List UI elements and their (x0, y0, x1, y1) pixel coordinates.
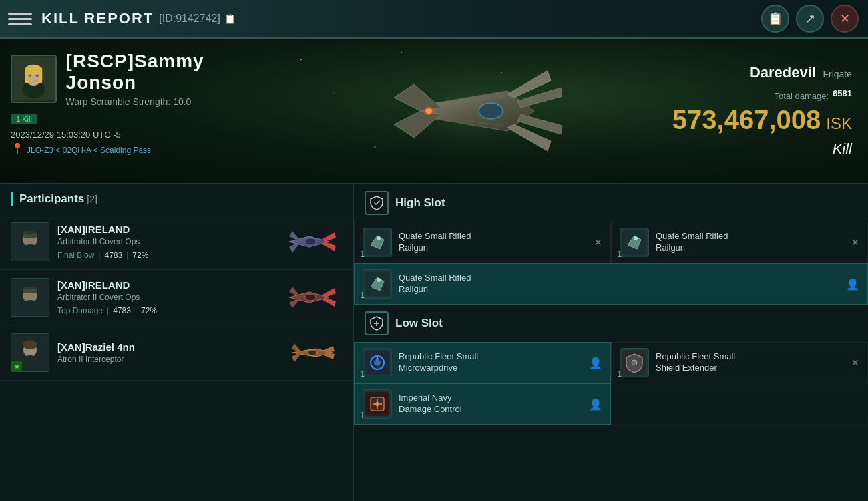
low-slot-header: Low Slot (354, 305, 868, 342)
ship-image-thumb (282, 225, 342, 259)
item-qty: 1 (360, 248, 365, 259)
list-item: [XAN]IRELAND Arbitrator II Covert Ops To… (0, 270, 353, 325)
item-icon (363, 228, 392, 257)
header: KILL REPORT [ID:9142742] 📋 📋 ↗ ✕ (0, 0, 868, 39)
hero-stats: Daredevil Frigate Total damage: 6581 573… (668, 39, 868, 183)
item-icon (363, 348, 392, 377)
kill-badge: 1 Kill (11, 114, 37, 124)
export-button[interactable]: ↗ (796, 5, 824, 33)
remove-icon[interactable]: ✕ (851, 357, 859, 368)
player-row: [RSCP]Sammy Jonson Warp Scramble Strengt… (11, 51, 270, 107)
report-id: [ID:9142742] (159, 13, 220, 25)
ship-type: Frigate (823, 69, 852, 79)
participant-stats: Top Damage | 4783 | 72% (57, 306, 275, 315)
equip-item: 1 Republic Fleet SmallShield Extender ✕ (611, 342, 868, 383)
svg-point-41 (374, 359, 381, 366)
warp-scramble: Warp Scramble Strength: 10.0 (66, 96, 270, 107)
participant-ship: Arbitrator II Covert Ops (57, 293, 275, 302)
role-label: Final Blow (57, 251, 94, 260)
high-slot-header: High Slot (354, 184, 868, 222)
low-slot-grid: 1 Republic Fleet SmallMicrowarpdrive 👤 1 (354, 342, 868, 425)
percent-stat: 72% (141, 306, 157, 315)
participants-count: [2] (87, 194, 97, 204)
svg-point-22 (21, 300, 39, 313)
ship-class: Daredevil (750, 64, 816, 81)
title-accent-bar (11, 192, 13, 206)
equip-empty-slot (611, 383, 868, 425)
svg-point-11 (425, 108, 432, 114)
kill-location[interactable]: JLO-Z3 < 02QH-A < Scalding Pass (27, 146, 151, 155)
participant-ship: Arbitrator II Covert Ops (57, 237, 275, 246)
equipped-icon: 👤 (589, 357, 602, 369)
remove-icon[interactable]: ✕ (851, 237, 859, 248)
svg-point-19 (305, 238, 316, 245)
participant-name: [XAN]Raziel 4nn (57, 341, 275, 353)
item-name: Quafe Small RifledRailgun (656, 231, 847, 254)
avatar: ★ (11, 333, 49, 372)
ship-image-thumb (282, 281, 342, 314)
equip-item-highlighted: 1 Imperial NavyDamage Control 👤 (354, 383, 611, 425)
svg-rect-4 (25, 69, 29, 83)
isk-label: ISK (826, 114, 852, 133)
avatar (11, 222, 49, 261)
svg-point-16 (21, 244, 39, 258)
player-name: [RSCP]Sammy Jonson (66, 51, 270, 94)
svg-point-34 (634, 236, 638, 240)
main-content: Participants [2] [XAN]IRELAND Arbitrator… (0, 184, 868, 501)
location-pin-icon: 📍 (11, 142, 24, 155)
damage-row: Total damage: 6581 (774, 86, 852, 101)
page-title: KILL REPORT (41, 10, 154, 27)
item-name: Quafe Small RifledRailgun (399, 273, 842, 295)
list-item: ★ [XAN]Raziel 4nn Atron II Interceptor (0, 325, 353, 381)
list-item: [XAN]IRELAND Arbitrator II Covert Ops Fi… (0, 214, 353, 270)
copy-icon[interactable]: 📋 (224, 13, 236, 24)
item-qty: 1 (617, 369, 622, 379)
daredevil-ship-svg (374, 44, 574, 178)
item-qty: 1 (617, 248, 622, 259)
report-button[interactable]: 📋 (761, 5, 789, 33)
shield-icon (365, 191, 389, 215)
star-badge: ★ (11, 361, 22, 371)
item-icon (363, 389, 392, 419)
damage-label: Total damage: (774, 91, 829, 101)
svg-point-48 (375, 402, 379, 406)
menu-icon[interactable] (8, 7, 32, 31)
equip-item-highlighted: 1 Quafe Small RifledRailgun 👤 (354, 263, 868, 305)
percent-stat: 72% (132, 251, 148, 260)
participant-name: [XAN]IRELAND (57, 279, 275, 291)
remove-icon[interactable]: ✕ (594, 237, 602, 248)
svg-point-32 (377, 236, 381, 240)
svg-point-43 (632, 360, 637, 365)
svg-point-7 (36, 75, 39, 77)
participant-info: [XAN]Raziel 4nn Atron II Interceptor (57, 341, 275, 364)
header-actions: 📋 ↗ ✕ (761, 5, 859, 33)
damage-stat: 4783 (113, 306, 131, 315)
item-icon (620, 348, 649, 377)
svg-point-29 (23, 340, 37, 349)
isk-value: 573,467,008 (672, 105, 821, 135)
avatar (11, 55, 57, 103)
close-button[interactable]: ✕ (831, 5, 859, 33)
equipment-panel: High Slot 1 Quafe Small RifledRailgun ✕ (354, 184, 868, 501)
svg-point-28 (21, 355, 39, 369)
participant-name: [XAN]IRELAND (57, 224, 275, 235)
item-name: Republic Fleet SmallShield Extender (656, 351, 847, 374)
player-details: [RSCP]Sammy Jonson Warp Scramble Strengt… (66, 51, 270, 107)
svg-point-36 (377, 278, 381, 282)
high-slot-title: High Slot (395, 196, 445, 210)
kill-date: 2023/12/29 15:03:20 UTC -5 (11, 130, 270, 140)
svg-rect-5 (39, 69, 43, 83)
participants-header: Participants [2] (0, 184, 353, 214)
hero-panel: [RSCP]Sammy Jonson Warp Scramble Strengt… (0, 39, 868, 184)
item-qty: 1 (360, 369, 365, 379)
ship-image-thumb (282, 336, 342, 369)
shield-icon (365, 311, 389, 335)
svg-point-25 (305, 294, 316, 301)
low-slot-title: Low Slot (395, 317, 443, 330)
svg-point-30 (308, 350, 317, 355)
participant-info: [XAN]IRELAND Arbitrator II Covert Ops To… (57, 279, 275, 315)
item-qty: 1 (360, 410, 365, 420)
participant-info: [XAN]IRELAND Arbitrator II Covert Ops Fi… (57, 224, 275, 260)
hero-player-info: [RSCP]Sammy Jonson Warp Scramble Strengt… (0, 39, 280, 183)
svg-rect-18 (25, 231, 35, 234)
